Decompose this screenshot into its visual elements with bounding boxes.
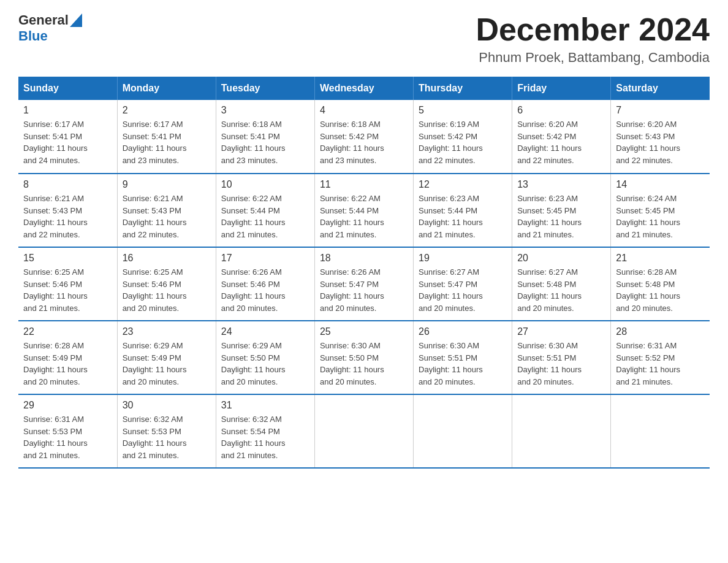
svg-marker-0: [70, 13, 82, 27]
calendar-cell: 19 Sunrise: 6:27 AM Sunset: 5:47 PM Dayl…: [414, 247, 512, 321]
day-info: Sunrise: 6:18 AM Sunset: 5:41 PM Dayligh…: [221, 118, 309, 166]
title-block: December 2024 Phnum Proek, Battambang, C…: [476, 12, 710, 66]
calendar-cell: 31 Sunrise: 6:32 AM Sunset: 5:54 PM Dayl…: [216, 394, 314, 468]
calendar-cell: 4 Sunrise: 6:18 AM Sunset: 5:42 PM Dayli…: [314, 100, 413, 174]
calendar-cell: 26 Sunrise: 6:30 AM Sunset: 5:51 PM Dayl…: [414, 321, 512, 394]
calendar-cell: [314, 394, 413, 468]
day-number: 7: [616, 105, 705, 116]
day-number: 19: [419, 253, 507, 264]
calendar-cell: 28 Sunrise: 6:31 AM Sunset: 5:52 PM Dayl…: [611, 321, 710, 394]
calendar-cell: 20 Sunrise: 6:27 AM Sunset: 5:48 PM Dayl…: [512, 247, 611, 321]
day-number: 24: [221, 326, 309, 337]
day-number: 17: [221, 253, 309, 264]
calendar-cell: 3 Sunrise: 6:18 AM Sunset: 5:41 PM Dayli…: [216, 100, 314, 174]
day-info: Sunrise: 6:32 AM Sunset: 5:53 PM Dayligh…: [123, 413, 211, 461]
day-info: Sunrise: 6:30 AM Sunset: 5:50 PM Dayligh…: [320, 340, 408, 388]
day-number: 22: [23, 326, 112, 337]
day-info: Sunrise: 6:23 AM Sunset: 5:45 PM Dayligh…: [517, 193, 605, 240]
day-number: 14: [616, 179, 705, 190]
day-info: Sunrise: 6:22 AM Sunset: 5:44 PM Dayligh…: [320, 193, 408, 240]
col-header-wednesday: Wednesday: [314, 77, 413, 100]
calendar-cell: 5 Sunrise: 6:19 AM Sunset: 5:42 PM Dayli…: [414, 100, 512, 174]
day-number: 5: [419, 105, 507, 116]
day-info: Sunrise: 6:21 AM Sunset: 5:43 PM Dayligh…: [123, 193, 211, 240]
day-number: 1: [23, 105, 112, 116]
day-number: 26: [419, 326, 507, 337]
calendar-cell: 30 Sunrise: 6:32 AM Sunset: 5:53 PM Dayl…: [117, 394, 216, 468]
day-number: 16: [123, 253, 211, 264]
day-number: 15: [23, 253, 112, 264]
day-info: Sunrise: 6:17 AM Sunset: 5:41 PM Dayligh…: [23, 118, 112, 166]
day-number: 25: [320, 326, 408, 337]
calendar-week-5: 29 Sunrise: 6:31 AM Sunset: 5:53 PM Dayl…: [18, 394, 710, 468]
calendar-week-4: 22 Sunrise: 6:28 AM Sunset: 5:49 PM Dayl…: [18, 321, 710, 394]
day-info: Sunrise: 6:27 AM Sunset: 5:47 PM Dayligh…: [419, 266, 507, 314]
day-info: Sunrise: 6:20 AM Sunset: 5:42 PM Dayligh…: [517, 118, 605, 166]
calendar-cell: 13 Sunrise: 6:23 AM Sunset: 5:45 PM Dayl…: [512, 174, 611, 247]
calendar-cell: 23 Sunrise: 6:29 AM Sunset: 5:49 PM Dayl…: [117, 321, 216, 394]
day-number: 11: [320, 179, 408, 190]
calendar-cell: 22 Sunrise: 6:28 AM Sunset: 5:49 PM Dayl…: [18, 321, 117, 394]
calendar-cell: 1 Sunrise: 6:17 AM Sunset: 5:41 PM Dayli…: [18, 100, 117, 174]
day-number: 21: [616, 253, 705, 264]
day-number: 10: [221, 179, 309, 190]
day-number: 4: [320, 105, 408, 116]
calendar-cell: 21 Sunrise: 6:28 AM Sunset: 5:48 PM Dayl…: [611, 247, 710, 321]
day-info: Sunrise: 6:29 AM Sunset: 5:50 PM Dayligh…: [221, 340, 309, 388]
day-number: 20: [517, 253, 605, 264]
calendar-cell: 15 Sunrise: 6:25 AM Sunset: 5:46 PM Dayl…: [18, 247, 117, 321]
page-header: General Blue December 2024 Phnum Proek, …: [18, 12, 710, 66]
calendar-cell: 12 Sunrise: 6:23 AM Sunset: 5:44 PM Dayl…: [414, 174, 512, 247]
calendar-cell: 16 Sunrise: 6:25 AM Sunset: 5:46 PM Dayl…: [117, 247, 216, 321]
day-info: Sunrise: 6:21 AM Sunset: 5:43 PM Dayligh…: [23, 193, 112, 240]
day-number: 23: [123, 326, 211, 337]
calendar-cell: 10 Sunrise: 6:22 AM Sunset: 5:44 PM Dayl…: [216, 174, 314, 247]
day-info: Sunrise: 6:30 AM Sunset: 5:51 PM Dayligh…: [517, 340, 605, 388]
calendar-cell: 29 Sunrise: 6:31 AM Sunset: 5:53 PM Dayl…: [18, 394, 117, 468]
day-number: 31: [221, 400, 309, 411]
calendar-week-1: 1 Sunrise: 6:17 AM Sunset: 5:41 PM Dayli…: [18, 100, 710, 174]
calendar-table: SundayMondayTuesdayWednesdayThursdayFrid…: [18, 77, 710, 469]
day-number: 29: [23, 400, 112, 411]
day-info: Sunrise: 6:25 AM Sunset: 5:46 PM Dayligh…: [123, 266, 211, 314]
col-header-friday: Friday: [512, 77, 611, 100]
logo: General Blue: [18, 12, 82, 44]
day-info: Sunrise: 6:26 AM Sunset: 5:46 PM Dayligh…: [221, 266, 309, 314]
day-number: 30: [123, 400, 211, 411]
day-info: Sunrise: 6:20 AM Sunset: 5:43 PM Dayligh…: [616, 118, 705, 166]
calendar-cell: 2 Sunrise: 6:17 AM Sunset: 5:41 PM Dayli…: [117, 100, 216, 174]
calendar-cell: 14 Sunrise: 6:24 AM Sunset: 5:45 PM Dayl…: [611, 174, 710, 247]
logo-general-text: General: [18, 12, 69, 28]
calendar-week-3: 15 Sunrise: 6:25 AM Sunset: 5:46 PM Dayl…: [18, 247, 710, 321]
col-header-thursday: Thursday: [414, 77, 512, 100]
calendar-cell: 7 Sunrise: 6:20 AM Sunset: 5:43 PM Dayli…: [611, 100, 710, 174]
day-info: Sunrise: 6:32 AM Sunset: 5:54 PM Dayligh…: [221, 413, 309, 461]
day-info: Sunrise: 6:24 AM Sunset: 5:45 PM Dayligh…: [616, 193, 705, 240]
day-number: 27: [517, 326, 605, 337]
calendar-header: SundayMondayTuesdayWednesdayThursdayFrid…: [18, 77, 710, 100]
day-info: Sunrise: 6:25 AM Sunset: 5:46 PM Dayligh…: [23, 266, 112, 314]
calendar-cell: 8 Sunrise: 6:21 AM Sunset: 5:43 PM Dayli…: [18, 174, 117, 247]
col-header-tuesday: Tuesday: [216, 77, 314, 100]
calendar-cell: 6 Sunrise: 6:20 AM Sunset: 5:42 PM Dayli…: [512, 100, 611, 174]
day-number: 12: [419, 179, 507, 190]
calendar-cell: 18 Sunrise: 6:26 AM Sunset: 5:47 PM Dayl…: [314, 247, 413, 321]
day-info: Sunrise: 6:29 AM Sunset: 5:49 PM Dayligh…: [123, 340, 211, 388]
day-info: Sunrise: 6:28 AM Sunset: 5:48 PM Dayligh…: [616, 266, 705, 314]
calendar-cell: 11 Sunrise: 6:22 AM Sunset: 5:44 PM Dayl…: [314, 174, 413, 247]
day-number: 8: [23, 179, 112, 190]
day-number: 13: [517, 179, 605, 190]
calendar-cell: 24 Sunrise: 6:29 AM Sunset: 5:50 PM Dayl…: [216, 321, 314, 394]
month-title: December 2024: [476, 12, 710, 47]
day-info: Sunrise: 6:30 AM Sunset: 5:51 PM Dayligh…: [419, 340, 507, 388]
calendar-cell: 25 Sunrise: 6:30 AM Sunset: 5:50 PM Dayl…: [314, 321, 413, 394]
day-number: 28: [616, 326, 705, 337]
calendar-cell: [512, 394, 611, 468]
day-info: Sunrise: 6:18 AM Sunset: 5:42 PM Dayligh…: [320, 118, 408, 166]
day-number: 6: [517, 105, 605, 116]
day-number: 2: [123, 105, 211, 116]
logo-blue-text: Blue: [18, 28, 48, 44]
day-info: Sunrise: 6:17 AM Sunset: 5:41 PM Dayligh…: [123, 118, 211, 166]
day-info: Sunrise: 6:27 AM Sunset: 5:48 PM Dayligh…: [517, 266, 605, 314]
day-number: 9: [123, 179, 211, 190]
